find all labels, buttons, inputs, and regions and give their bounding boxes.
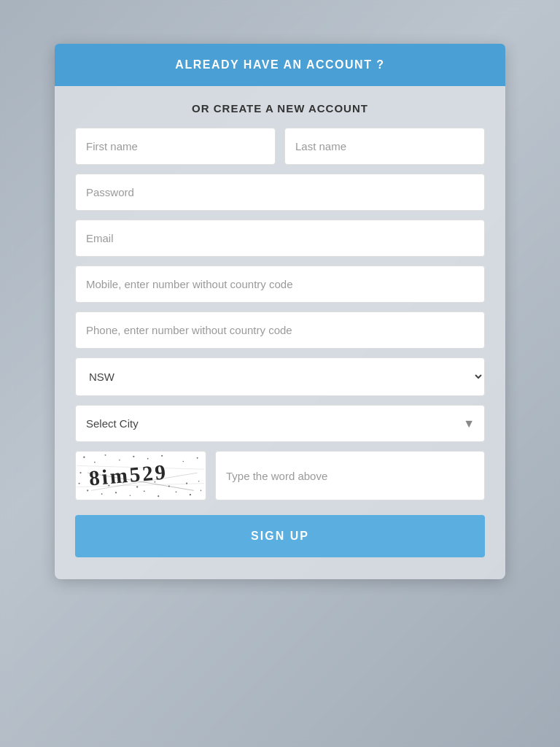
captcha-text-input[interactable]	[215, 451, 485, 500]
phone-input[interactable]	[75, 311, 485, 349]
svg-point-24	[136, 486, 138, 487]
last-name-input[interactable]	[284, 128, 485, 165]
svg-point-12	[101, 493, 103, 495]
svg-point-6	[133, 456, 134, 457]
svg-point-4	[105, 454, 106, 456]
mobile-input[interactable]	[75, 266, 485, 303]
svg-point-1	[83, 457, 85, 458]
form-body: NSW VIC QLD SA WA TAS NT ACT Select City…	[55, 128, 505, 557]
svg-point-11	[87, 489, 88, 491]
svg-point-9	[182, 461, 184, 462]
svg-point-28	[198, 481, 200, 482]
password-input[interactable]	[75, 174, 485, 211]
svg-point-5	[119, 460, 120, 461]
or-create-label: OR CREATE A NEW ACCOUNT	[55, 86, 505, 128]
city-select[interactable]: Select City Sydney Melbourne Brisbane Pe…	[75, 405, 485, 442]
svg-point-16	[158, 495, 159, 497]
svg-point-13	[115, 492, 117, 493]
captcha-row: 8im529	[75, 451, 485, 500]
svg-point-20	[79, 483, 80, 484]
svg-point-7	[147, 458, 149, 460]
first-name-input[interactable]	[75, 128, 276, 165]
captcha-image: 8im529	[75, 451, 206, 500]
email-input[interactable]	[75, 220, 485, 257]
svg-point-17	[176, 491, 177, 492]
state-select[interactable]: NSW VIC QLD SA WA TAS NT ACT	[75, 357, 485, 396]
svg-point-18	[190, 494, 191, 495]
svg-point-2	[94, 462, 96, 463]
name-row	[75, 128, 485, 165]
svg-point-3	[79, 472, 81, 473]
city-select-wrapper: Select City Sydney Melbourne Brisbane Pe…	[75, 405, 485, 442]
svg-point-15	[144, 490, 145, 492]
svg-point-14	[130, 495, 131, 496]
svg-point-8	[161, 455, 163, 457]
sign-up-button[interactable]: SIGN UP	[75, 515, 485, 557]
captcha-svg: 8im529	[76, 452, 206, 500]
signup-card: ALREADY HAVE AN ACCOUNT ? OR CREATE A NE…	[55, 44, 505, 579]
svg-point-19	[201, 490, 202, 492]
already-have-account-button[interactable]: ALREADY HAVE AN ACCOUNT ?	[55, 44, 505, 86]
svg-point-10	[197, 457, 198, 459]
